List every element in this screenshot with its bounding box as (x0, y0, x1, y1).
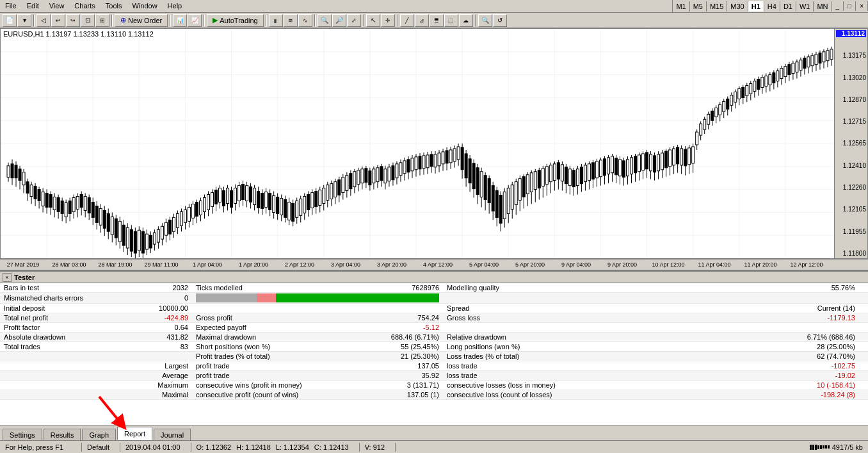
tb-search[interactable]: 🔍 (478, 14, 492, 27)
tb-btn3[interactable]: ↪ (66, 14, 80, 27)
tb-crosshair[interactable]: ✛ (381, 14, 395, 27)
menu-window[interactable]: Window (127, 1, 162, 11)
svg-rect-242 (419, 156, 421, 169)
tb-cursor[interactable]: ↖ (366, 14, 380, 27)
tf-d1[interactable]: D1 (780, 1, 796, 12)
svg-rect-228 (392, 166, 394, 180)
svg-rect-216 (369, 171, 371, 185)
tb-i2[interactable]: ≋ (284, 14, 298, 27)
price-low-label: 1.11800 (836, 250, 866, 257)
svg-rect-80 (107, 213, 109, 231)
svg-rect-366 (657, 154, 660, 171)
tb-i3[interactable]: ∿ (298, 14, 312, 27)
tb-i1[interactable]: ⫼ (269, 14, 283, 27)
tb-zoom-in[interactable]: 🔎 (332, 14, 346, 27)
tb-chart1[interactable]: 📊 (173, 14, 187, 27)
svg-rect-404 (730, 95, 733, 105)
tb-open[interactable]: ▾ (17, 14, 31, 27)
svg-rect-358 (642, 154, 645, 170)
tester-close[interactable]: × (3, 273, 12, 282)
svg-rect-230 (396, 164, 398, 178)
tb-tool2[interactable]: ≣ (430, 14, 444, 27)
svg-rect-440 (800, 60, 802, 70)
menu-help[interactable]: Help (163, 1, 188, 11)
new-order-button[interactable]: ⊕ New Order (115, 14, 168, 27)
autotrading-button[interactable]: ▶ AutoTrading (207, 14, 264, 27)
tf-h1[interactable]: H1 (748, 1, 764, 12)
tab-results[interactable]: Results (44, 429, 81, 440)
svg-rect-418 (757, 79, 760, 90)
tf-w1[interactable]: W1 (796, 1, 814, 12)
svg-rect-306 (542, 169, 544, 186)
tb-fit[interactable]: ⤢ (347, 14, 361, 27)
svg-rect-260 (453, 149, 456, 161)
status-volume: V: 912 (365, 443, 385, 451)
status-low: L: 1.12354 (276, 443, 309, 451)
tab-graph[interactable]: Graph (82, 429, 116, 440)
tf-m5[interactable]: M5 (690, 1, 707, 12)
svg-rect-186 (311, 193, 314, 208)
price-p3-label: 1.12715 (836, 118, 866, 125)
svg-rect-100 (145, 234, 148, 249)
menu-file[interactable]: File (0, 1, 22, 11)
svg-rect-160 (261, 194, 264, 209)
close-btn[interactable]: × (856, 1, 868, 11)
svg-rect-44 (38, 190, 40, 201)
svg-rect-150 (242, 185, 245, 200)
svg-rect-74 (95, 206, 98, 222)
svg-rect-292 (515, 182, 517, 205)
svg-rect-162 (265, 192, 268, 208)
svg-rect-182 (303, 197, 306, 213)
svg-rect-180 (300, 199, 302, 216)
tf-m30[interactable]: M30 (727, 1, 748, 12)
svg-rect-32 (15, 165, 17, 178)
tb-btn2[interactable]: ↩ (51, 14, 65, 27)
tab-report[interactable]: Report (117, 427, 152, 440)
tb-settings[interactable]: ↺ (493, 14, 507, 27)
svg-rect-452 (823, 52, 825, 62)
svg-rect-156 (253, 188, 256, 205)
tf-m15[interactable]: M15 (707, 1, 727, 12)
svg-rect-274 (480, 172, 483, 197)
tab-settings[interactable]: Settings (3, 429, 42, 440)
svg-rect-354 (634, 156, 637, 173)
tf-mn[interactable]: MN (814, 1, 832, 12)
menu-view[interactable]: View (44, 1, 70, 11)
tb-btn4[interactable]: ⊡ (81, 14, 95, 27)
tab-journal[interactable]: Journal (154, 429, 191, 440)
tb-btn5[interactable]: ⊞ (95, 14, 109, 27)
tb-chart2[interactable]: 📈 (188, 14, 202, 27)
minimize-btn[interactable]: _ (832, 1, 844, 11)
tb-tool4[interactable]: ☁ (459, 14, 473, 27)
svg-rect-382 (688, 148, 691, 165)
price-p1-label: 1.13020 (836, 74, 866, 81)
svg-rect-444 (807, 57, 810, 67)
tb-btn1[interactable]: ◁ (36, 14, 51, 27)
svg-rect-86 (118, 221, 121, 242)
svg-rect-70 (88, 198, 90, 213)
status-high: H: 1.12418 (236, 443, 271, 451)
menu-charts[interactable]: Charts (69, 1, 100, 11)
svg-rect-374 (673, 149, 675, 165)
tb-new[interactable]: 📄 (3, 14, 17, 27)
tf-m1[interactable]: M1 (673, 1, 689, 12)
svg-rect-204 (346, 176, 348, 191)
svg-rect-312 (553, 164, 556, 181)
svg-rect-316 (561, 165, 563, 181)
price-p8-label: 1.11955 (836, 228, 866, 235)
svg-rect-252 (438, 153, 440, 166)
svg-rect-106 (157, 229, 159, 242)
svg-rect-304 (538, 170, 540, 188)
svg-rect-124 (191, 204, 194, 218)
tb-tool3[interactable]: ⬚ (444, 14, 458, 27)
tb-tool1[interactable]: ⊿ (415, 14, 429, 27)
maximize-btn[interactable]: □ (844, 1, 856, 11)
svg-rect-360 (646, 152, 648, 169)
tf-h4[interactable]: H4 (764, 1, 780, 12)
svg-rect-206 (350, 174, 352, 189)
tb-line[interactable]: ╱ (400, 14, 414, 27)
tb-zoom-out[interactable]: 🔍 (317, 14, 332, 27)
menu-edit[interactable]: Edit (22, 1, 44, 11)
menu-tools[interactable]: Tools (100, 1, 127, 11)
svg-rect-172 (284, 200, 287, 218)
